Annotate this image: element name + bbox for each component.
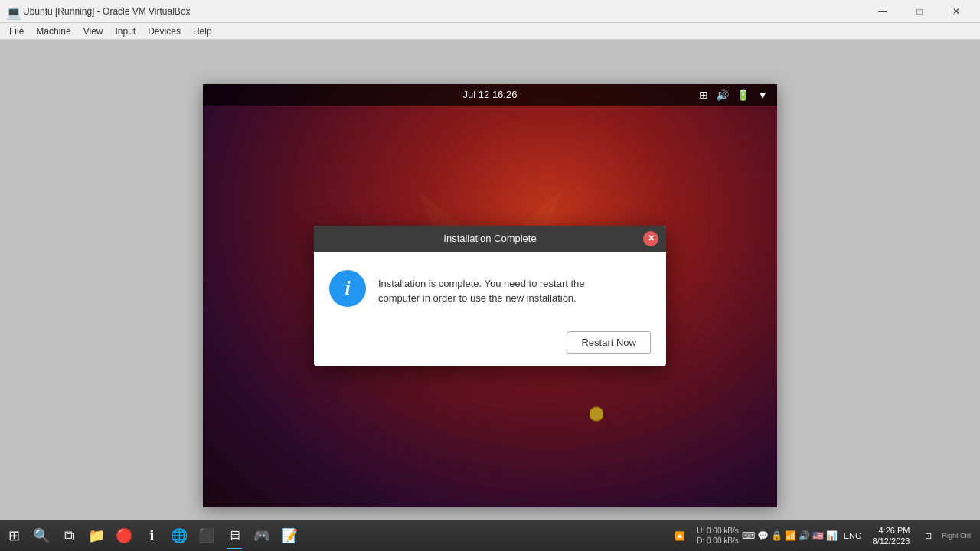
- tray-icon-2[interactable]: 💬: [757, 530, 769, 541]
- menu-help[interactable]: Help: [187, 24, 218, 38]
- dialog-body: i Installation is complete. You need to …: [314, 252, 666, 322]
- page: 💻 Ubuntu [Running] - Oracle VM VirtualBo…: [0, 0, 980, 551]
- download-label: D: 0.00 kB/s: [697, 536, 738, 546]
- clock-date: 8/12/2023: [873, 536, 910, 546]
- right-ctrl-hint: Right Ctrl: [942, 532, 974, 540]
- system-clock[interactable]: 4:26 PM 8/12/2023: [868, 525, 915, 547]
- menu-view[interactable]: View: [77, 24, 109, 38]
- notification-button[interactable]: ⊡: [917, 520, 939, 551]
- taskbar-app2[interactable]: ℹ: [138, 520, 165, 551]
- language-indicator[interactable]: ENG: [841, 531, 865, 540]
- menu-file[interactable]: File: [3, 24, 30, 38]
- titlebar-left: 💻 Ubuntu [Running] - Oracle VM VirtualBo…: [6, 5, 191, 18]
- tray-overflow-button[interactable]: 🔼: [666, 520, 694, 551]
- task-view-button[interactable]: ⧉: [55, 520, 83, 551]
- window-chrome: 💻 Ubuntu [Running] - Oracle VM VirtualBo…: [0, 0, 980, 40]
- message-line2: computer in order to use the new install…: [378, 291, 585, 306]
- dialog-overlay: Installation Complete ✕ i Installation i…: [203, 84, 777, 507]
- installation-complete-dialog: Installation Complete ✕ i Installation i…: [314, 226, 666, 366]
- menu-input[interactable]: Input: [109, 24, 142, 38]
- upload-label: U: 0.00 kB/s: [697, 526, 738, 536]
- info-icon: i: [329, 270, 366, 307]
- ubuntu-desktop: Jul 12 16:26 ⊞ 🔊 🔋 ▼ Installation: [203, 84, 777, 507]
- tray-icon-1[interactable]: ⌨: [742, 530, 755, 541]
- tray-icon-7[interactable]: 📊: [826, 530, 838, 541]
- tray-icon-5[interactable]: 🔊: [799, 530, 810, 541]
- dialog-titlebar: Installation Complete ✕: [314, 226, 666, 252]
- windows-taskbar: ⊞ 🔍 ⧉ 📁 🔴 ℹ 🌐 ⬛ 🖥 🎮 📝 🔼 U: 0.00 kB/s D: …: [0, 520, 980, 551]
- vm-window: Jul 12 16:26 ⊞ 🔊 🔋 ▼ Installation: [203, 84, 777, 507]
- start-button[interactable]: ⊞: [0, 520, 28, 551]
- message-line1: Installation is complete. You need to re…: [378, 276, 585, 292]
- tray-icons: ⌨ 💬 🔒 📶 🔊 🇺🇸 📊: [742, 530, 838, 541]
- minimize-button[interactable]: —: [865, 0, 900, 23]
- menu-machine[interactable]: Machine: [30, 24, 77, 38]
- taskbar-app4[interactable]: ⬛: [193, 520, 220, 551]
- taskbar-virtualbox[interactable]: 🖥: [220, 520, 248, 551]
- tray-icon-4[interactable]: 📶: [785, 530, 796, 541]
- app-icon: 💻: [6, 5, 18, 18]
- restart-now-button[interactable]: Restart Now: [567, 331, 651, 354]
- taskbar-app1[interactable]: 🔴: [110, 520, 138, 551]
- network-stats: U: 0.00 kB/s D: 0.00 kB/s: [697, 526, 738, 546]
- dialog-close-button[interactable]: ✕: [643, 231, 658, 246]
- menu-devices[interactable]: Devices: [142, 24, 187, 38]
- content-area: Jul 12 16:26 ⊞ 🔊 🔋 ▼ Installation: [0, 40, 980, 551]
- search-button[interactable]: 🔍: [28, 520, 55, 551]
- window-controls: — □ ✕: [865, 0, 974, 23]
- dialog-message: Installation is complete. You need to re…: [378, 270, 585, 306]
- dialog-title: Installation Complete: [337, 233, 643, 244]
- tray-icon-3[interactable]: 🔒: [771, 530, 782, 541]
- tray-icon-6[interactable]: 🇺🇸: [812, 530, 824, 541]
- taskbar-app6[interactable]: 🎮: [248, 520, 276, 551]
- taskbar-app3[interactable]: 🌐: [165, 520, 193, 551]
- titlebar: 💻 Ubuntu [Running] - Oracle VM VirtualBo…: [0, 0, 980, 23]
- menubar: File Machine View Input Devices Help: [0, 23, 980, 40]
- maximize-button[interactable]: □: [902, 0, 937, 23]
- taskbar-app7[interactable]: 📝: [276, 520, 303, 551]
- clock-time: 4:26 PM: [873, 525, 910, 536]
- taskbar-tray: 🔼 U: 0.00 kB/s D: 0.00 kB/s ⌨ 💬 🔒 📶 🔊 🇺🇸…: [666, 520, 980, 551]
- window-title: Ubuntu [Running] - Oracle VM VirtualBox: [23, 6, 191, 17]
- close-button[interactable]: ✕: [939, 0, 974, 23]
- file-explorer-button[interactable]: 📁: [83, 520, 110, 551]
- dialog-footer: Restart Now: [314, 322, 666, 366]
